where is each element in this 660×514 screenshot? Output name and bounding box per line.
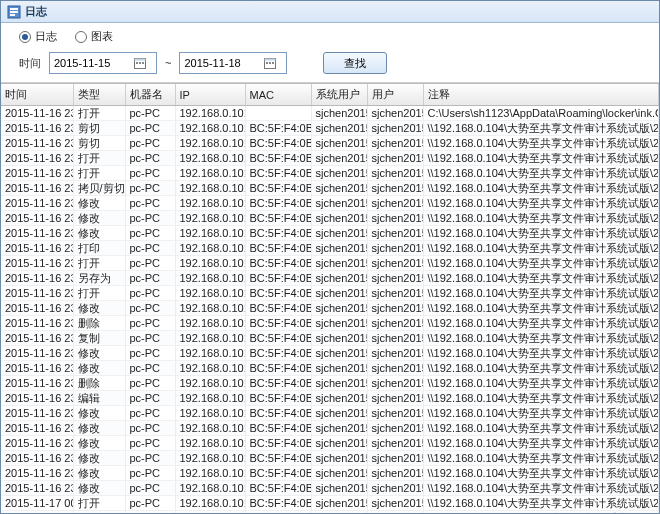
- table-cell: pc-PC: [125, 256, 175, 271]
- radio-log-label: 日志: [35, 29, 57, 44]
- table-row[interactable]: 2015-11-16 23:..打开pc-PC192.168.0.101BC:5…: [1, 286, 659, 301]
- table-row[interactable]: 2015-11-16 23:..编辑pc-PC192.168.0.101BC:5…: [1, 391, 659, 406]
- table-cell: \\192.168.0.104\大势至共享文件审计系统试版\20150526\手…: [423, 271, 659, 286]
- date-from-box[interactable]: [49, 52, 157, 74]
- table-cell: 修改: [73, 346, 125, 361]
- table-cell: pc-PC: [125, 226, 175, 241]
- table-row[interactable]: 2015-11-17 00:..打开pc-PC192.168.0.101BC:5…: [1, 496, 659, 511]
- table-row[interactable]: 2015-11-16 23:..打开pc-PC192.168.0.101BC:5…: [1, 256, 659, 271]
- table-cell: 192.168.0.101: [175, 436, 245, 451]
- table-row[interactable]: 2015-11-16 23:..修改pc-PC192.168.0.101BC:5…: [1, 301, 659, 316]
- table-row[interactable]: 2015-11-16 23:..修改pc-PC192.168.0.101BC:5…: [1, 226, 659, 241]
- column-header[interactable]: 机器名: [125, 84, 175, 106]
- table-cell: 修改: [73, 196, 125, 211]
- table-row[interactable]: 2015-11-16 23:..修改pc-PC192.168.0.101BC:5…: [1, 346, 659, 361]
- table-cell: pc-PC: [125, 466, 175, 481]
- table-cell: BC:5F:F4:0B:C...: [245, 346, 311, 361]
- table-row[interactable]: 2015-11-16 23:..打开pc-PC192.168.0.101sjch…: [1, 106, 659, 121]
- table-cell: 修改: [73, 511, 125, 514]
- column-header[interactable]: 系统用户: [311, 84, 367, 106]
- date-from-input[interactable]: [50, 57, 130, 69]
- table-cell: 192.168.0.101: [175, 391, 245, 406]
- column-header[interactable]: 注释: [423, 84, 659, 106]
- table-cell: 2015-11-16 23:..: [1, 271, 73, 286]
- table-row[interactable]: 2015-11-16 23:..另存为pc-PC192.168.0.101BC:…: [1, 271, 659, 286]
- table-row[interactable]: 2015-11-16 23:..修改pc-PC192.168.0.101BC:5…: [1, 451, 659, 466]
- table-cell: pc-PC: [125, 496, 175, 511]
- svg-rect-7: [139, 62, 141, 64]
- table-row[interactable]: 2015-11-16 23:..删除pc-PC192.168.0.101BC:5…: [1, 376, 659, 391]
- table-cell: 192.168.0.101: [175, 136, 245, 151]
- table-cell: 192.168.0.101: [175, 181, 245, 196]
- table-cell: 192.168.0.101: [175, 271, 245, 286]
- svg-rect-13: [272, 62, 274, 64]
- column-header[interactable]: 用户: [367, 84, 423, 106]
- table-cell: 2015-11-16 23:..: [1, 346, 73, 361]
- table-cell: \\192.168.0.104\大势至共享文件审计系统试版\20150526\2…: [423, 136, 659, 151]
- radio-chart[interactable]: 图表: [75, 29, 113, 44]
- table-cell: \\192.168.0.104\大势至共享文件审计系统试版\20150526\4…: [423, 406, 659, 421]
- table-cell: pc-PC: [125, 421, 175, 436]
- table-row[interactable]: 2015-11-16 23:..剪切pc-PC192.168.0.101BC:5…: [1, 136, 659, 151]
- table-row[interactable]: 2015-11-16 23:..打开pc-PC192.168.0.101BC:5…: [1, 166, 659, 181]
- table-cell: 2015-11-16 23:..: [1, 361, 73, 376]
- table-cell: BC:5F:F4:0B:C...: [245, 226, 311, 241]
- table-cell: 修改: [73, 226, 125, 241]
- table-cell: 192.168.0.101: [175, 241, 245, 256]
- table-row[interactable]: 2015-11-16 23:..拷贝/剪切内容pc-PC192.168.0.10…: [1, 181, 659, 196]
- table-row[interactable]: 2015-11-16 23:..打印pc-PC192.168.0.101BC:5…: [1, 241, 659, 256]
- radio-circle-icon: [19, 31, 31, 43]
- date-to-box[interactable]: [179, 52, 287, 74]
- table-cell: sjchen2015: [311, 256, 367, 271]
- table-row[interactable]: 2015-11-16 23:..修改pc-PC192.168.0.101BC:5…: [1, 406, 659, 421]
- table-row[interactable]: 2015-11-16 23:..修改pc-PC192.168.0.101BC:5…: [1, 196, 659, 211]
- table-cell: sjchen2015: [311, 166, 367, 181]
- table-row[interactable]: 2015-11-16 23:..修改pc-PC192.168.0.101BC:5…: [1, 436, 659, 451]
- table-cell: 修改: [73, 301, 125, 316]
- calendar-icon[interactable]: [260, 53, 280, 73]
- table-cell: sjchen2015: [311, 196, 367, 211]
- svg-rect-1: [10, 8, 18, 10]
- calendar-icon[interactable]: [130, 53, 150, 73]
- table-cell: 剪切: [73, 136, 125, 151]
- table-row[interactable]: 2015-11-17 00:..修改pc-PC192.168.0.101BC:5…: [1, 511, 659, 514]
- table-row[interactable]: 2015-11-16 23:..修改pc-PC192.168.0.101BC:5…: [1, 481, 659, 496]
- table-cell: pc-PC: [125, 121, 175, 136]
- table-row[interactable]: 2015-11-16 23:..修改pc-PC192.168.0.101BC:5…: [1, 421, 659, 436]
- table-row[interactable]: 2015-11-16 23:..修改pc-PC192.168.0.101BC:5…: [1, 466, 659, 481]
- date-to-input[interactable]: [180, 57, 260, 69]
- table-cell: 修改: [73, 211, 125, 226]
- table-cell: 复制: [73, 331, 125, 346]
- table-scroll[interactable]: 2015-11-16 23:..打开pc-PC192.168.0.101sjch…: [1, 106, 659, 513]
- table-cell: pc-PC: [125, 151, 175, 166]
- table-cell: 192.168.0.101: [175, 406, 245, 421]
- column-header[interactable]: IP: [175, 84, 245, 106]
- table-row[interactable]: 2015-11-16 23:..删除pc-PC192.168.0.101BC:5…: [1, 316, 659, 331]
- table-row[interactable]: 2015-11-16 23:..修改pc-PC192.168.0.101BC:5…: [1, 211, 659, 226]
- radio-log[interactable]: 日志: [19, 29, 57, 44]
- table-row[interactable]: 2015-11-16 23:..剪切pc-PC192.168.0.101BC:5…: [1, 121, 659, 136]
- table-cell: BC:5F:F4:0B:C...: [245, 166, 311, 181]
- table-cell: sjchen2015: [311, 481, 367, 496]
- table-row[interactable]: 2015-11-16 23:..修改pc-PC192.168.0.101BC:5…: [1, 361, 659, 376]
- table-cell: [245, 106, 311, 121]
- column-header[interactable]: 时间: [1, 84, 73, 106]
- search-button[interactable]: 查找: [323, 52, 387, 74]
- table-cell: 192.168.0.101: [175, 511, 245, 514]
- column-header[interactable]: MAC: [245, 84, 311, 106]
- table-cell: BC:5F:F4:0B:C...: [245, 286, 311, 301]
- log-table-wrap: 时间类型机器名IPMAC系统用户用户注释 2015-11-16 23:..打开p…: [1, 83, 659, 513]
- table-cell: \\192.168.0.104\大势至共享文件审计系统试版\20150526\4…: [423, 301, 659, 316]
- table-cell: 2015-11-16 23:..: [1, 331, 73, 346]
- table-row[interactable]: 2015-11-16 23:..复制pc-PC192.168.0.101BC:5…: [1, 331, 659, 346]
- table-cell: 删除: [73, 316, 125, 331]
- table-cell: \\192.168.0.104\大势至共享文件审计系统试版\20150526\网…: [423, 166, 659, 181]
- table-cell: 修改: [73, 421, 125, 436]
- table-cell: \\192.168.0.104\大势至共享文件审计系统试版\20150526\R…: [423, 331, 659, 346]
- table-cell: 192.168.0.101: [175, 286, 245, 301]
- table-cell: BC:5F:F4:0B:C...: [245, 406, 311, 421]
- column-header[interactable]: 类型: [73, 84, 125, 106]
- table-cell: pc-PC: [125, 511, 175, 514]
- table-row[interactable]: 2015-11-16 23:..打开pc-PC192.168.0.101BC:5…: [1, 151, 659, 166]
- table-cell: sjchen2015: [367, 106, 423, 121]
